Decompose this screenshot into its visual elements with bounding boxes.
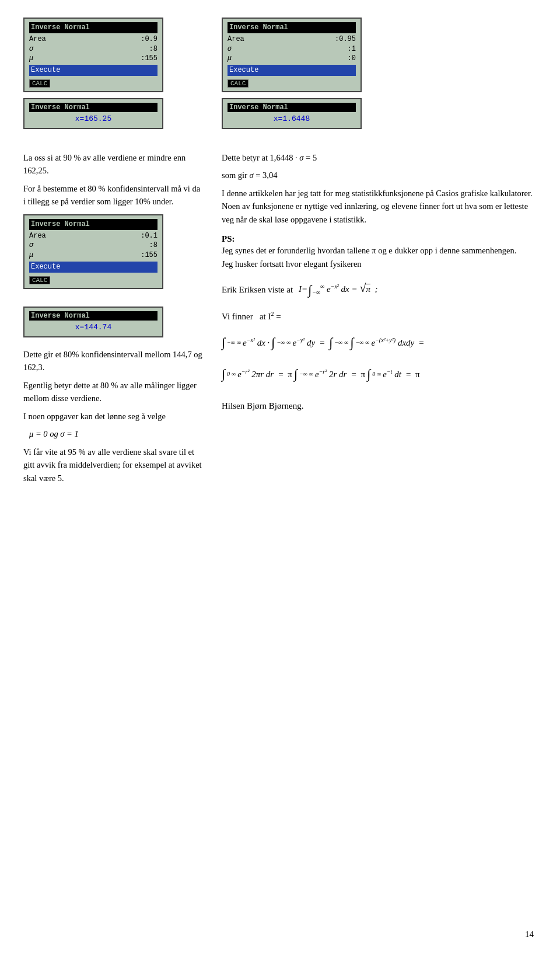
result-screen-2: Inverse Normal x=1.6448 — [222, 98, 362, 129]
mu-eq: μ = 0 og σ = 1 — [29, 427, 204, 440]
ps-text1: Jeg synes det er forunderlig hvordan tal… — [222, 244, 537, 257]
result2-title: Inverse Normal — [228, 103, 356, 112]
para1: La oss si at 90 % av alle verdiene er mi… — [23, 151, 204, 177]
result1-title: Inverse Normal — [29, 103, 158, 112]
screen2-sigma: σ :1 — [228, 44, 356, 54]
left-top-col: Inverse Normal Area :0.9 σ :8 μ :155 Exe… — [23, 18, 204, 140]
ps-label: PS: — [222, 234, 235, 243]
vi-finner-text: Vi finner at I2 = — [222, 308, 281, 325]
screen1-title: Inverse Normal — [29, 22, 158, 33]
integral-row-2: ∫−∞∞ e−x² dx · ∫−∞∞ e−y² dy = ∫−∞∞ ∫−∞∞ … — [222, 330, 537, 356]
result1-value: x=165.25 — [29, 113, 158, 124]
erik-text: Erik Eriksen viste at — [222, 281, 293, 298]
right-para2: som gir σ = 3,04 — [222, 169, 537, 182]
result-screen-1: Inverse Normal x=165.25 — [23, 98, 163, 129]
screen1-mu: μ :155 — [29, 54, 158, 64]
screen2-area: Area :0.95 — [228, 34, 356, 44]
result2-value: x=1.6448 — [228, 113, 356, 124]
page-number: 14 — [525, 929, 534, 939]
para6: Vi får vite at 95 % av alle verdiene ska… — [23, 445, 204, 485]
calc-screen-1: Inverse Normal Area :0.9 σ :8 μ :155 Exe… — [23, 18, 163, 92]
screen2-title: Inverse Normal — [228, 22, 356, 33]
right-top-col: Inverse Normal Area :0.95 σ :1 μ :0 Exec… — [222, 18, 537, 140]
para5: I noen oppgaver kan det lønne seg å velg… — [23, 410, 204, 423]
right-para3: I denne artikkelen har jeg tatt for meg … — [222, 187, 537, 226]
screen2-execute: Execute — [228, 65, 356, 76]
screen3-area: Area :0.1 — [29, 231, 158, 241]
screen3-mu: μ :155 — [29, 250, 158, 260]
right-text-block: Dette betyr at 1,6448 · σ = 5 som gir σ … — [222, 151, 537, 226]
hilsen: Hilsen Bjørn Bjørneng. — [222, 401, 537, 411]
para4: Egentlig betyr dette at 80 % av alle mål… — [23, 379, 204, 405]
screen2-mu: μ :0 — [228, 54, 356, 64]
result3-title: Inverse Normal — [29, 311, 158, 321]
top-section: Inverse Normal Area :0.9 σ :8 μ :155 Exe… — [23, 18, 537, 140]
para2: For å bestemme et 80 % konfidensinterval… — [23, 182, 204, 208]
ps-section: PS: Jeg synes det er forunderlig hvordan… — [222, 234, 537, 270]
screen1-area: Area :0.9 — [29, 34, 158, 44]
ps-text2: Jeg husker fortsatt hvor elegant fysiker… — [222, 257, 537, 270]
screen3-calc: CALC — [29, 276, 50, 284]
left-text-block2: Dette gir et 80% konfidensintervall mell… — [23, 348, 204, 485]
integral-1-formula: I=∫−∞∞ e−x² dx = √π ; — [299, 276, 377, 303]
ps-label-para: PS: — [222, 234, 537, 244]
left-col: La oss si at 90 % av alle verdiene er mi… — [23, 151, 204, 490]
screen1-execute: Execute — [29, 65, 158, 76]
left-text-block: La oss si at 90 % av alle verdiene er mi… — [23, 151, 204, 208]
vi-finner-row: Vi finner at I2 = — [222, 308, 537, 325]
main-section: La oss si at 90 % av alle verdiene er mi… — [23, 151, 537, 490]
integral-row-1: Erik Eriksen viste at I=∫−∞∞ e−x² dx = √… — [222, 276, 537, 303]
result-screen-3: Inverse Normal x=144.74 — [23, 307, 163, 337]
screen1-sigma: σ :8 — [29, 44, 158, 54]
integral-block-1: Erik Eriksen viste at I=∫−∞∞ e−x² dx = √… — [222, 276, 537, 387]
screen1-calc: CALC — [29, 79, 50, 88]
result3-value: x=144.74 — [29, 322, 158, 333]
integral-row-3: ∫0∞ e−r² 2πr dr = π ∫−∞∞ e−r² 2r dr = π … — [222, 361, 537, 387]
right-para1: Dette betyr at 1,6448 · σ = 5 — [222, 151, 537, 164]
screen2-calc: CALC — [228, 79, 249, 88]
page: Inverse Normal Area :0.9 σ :8 μ :155 Exe… — [0, 0, 560, 954]
screen3-execute: Execute — [29, 262, 158, 273]
screen3-title: Inverse Normal — [29, 219, 158, 230]
calc-screen-2: Inverse Normal Area :0.95 σ :1 μ :0 Exec… — [222, 18, 362, 92]
screen3-sigma: σ :8 — [29, 241, 158, 250]
right-col: Dette betyr at 1,6448 · σ = 5 som gir σ … — [222, 151, 537, 490]
para3: Dette gir et 80% konfidensintervall mell… — [23, 348, 204, 374]
calc-screen-3: Inverse Normal Area :0.1 σ :8 μ :155 Exe… — [23, 214, 163, 289]
